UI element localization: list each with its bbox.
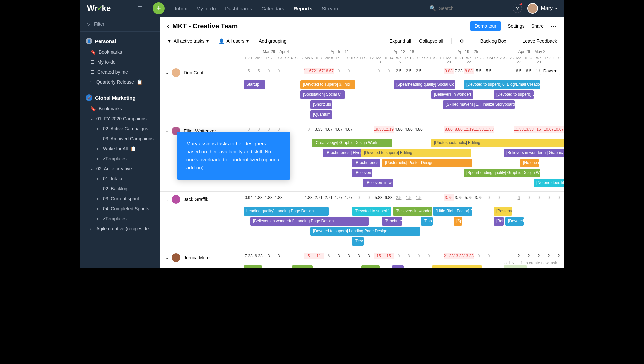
search-input[interactable]: 🔍 bbox=[429, 4, 506, 13]
task-bar[interactable]: [Brochurenest] Flyer/ bbox=[323, 149, 361, 157]
task-bar[interactable]: [ Startup bbox=[292, 265, 313, 268]
task-bar[interactable]: [Devoted bbox=[505, 217, 524, 226]
resource-name: Don Conti bbox=[184, 70, 204, 75]
add-button[interactable]: + bbox=[153, 2, 165, 14]
settings-icon[interactable]: ⚙ bbox=[460, 38, 464, 44]
sidebar-agile-recipes[interactable]: ›Agile creative (recipes de... bbox=[86, 224, 155, 234]
sidebar-sprint[interactable]: ›03. Current sprint bbox=[86, 194, 155, 204]
task-bar[interactable]: [No one does like u bbox=[534, 179, 564, 187]
help-button[interactable]: ? bbox=[513, 4, 522, 13]
task-bar[interactable]: [Believers in wonderf bbox=[393, 207, 432, 216]
collapse-all[interactable]: Collapse all bbox=[419, 38, 443, 44]
chevron-down-icon[interactable]: ⌄ bbox=[166, 71, 168, 75]
task-bar[interactable]: [The Influe bbox=[504, 265, 527, 268]
chevron-down-icon[interactable]: ⌄ bbox=[166, 256, 168, 260]
task-bar[interactable]: [Brochure bbox=[382, 217, 402, 226]
leave-feedback[interactable]: Leave Feedback bbox=[522, 38, 557, 44]
task-bar[interactable]: [Socistation] Social C bbox=[300, 90, 345, 99]
nav-dashboards[interactable]: Dashboards bbox=[225, 6, 252, 11]
sidebar-agile[interactable]: ⌄02. Agile creative bbox=[86, 164, 155, 174]
task-bar[interactable]: [Devoted to superb] Landing Page Design bbox=[310, 227, 420, 236]
filter-input[interactable]: ▽Filter bbox=[80, 21, 160, 32]
backlog-box[interactable]: Backlog Box bbox=[480, 38, 506, 44]
task-bar[interactable]: [Believers in wo bbox=[363, 179, 393, 187]
task-bar[interactable]: [Shortcuts bbox=[310, 100, 332, 109]
nav-inbox[interactable]: Inbox bbox=[175, 6, 187, 11]
share-link[interactable]: Share bbox=[531, 23, 544, 29]
sidebar-archived[interactable]: 03. Archived Campaigns bbox=[86, 134, 155, 144]
task-bar[interactable]: [Skilled mavens] 1. Finalize Storyboard bbox=[443, 100, 515, 109]
task-bar[interactable]: [Quantum bbox=[310, 110, 332, 119]
nav-reports[interactable]: Reports bbox=[294, 6, 313, 11]
sidebar-active-campaigns[interactable]: ›02. Active Campaigns bbox=[86, 124, 155, 134]
task-bar[interactable]: [Brochurenest] bbox=[352, 159, 380, 167]
add-grouping[interactable]: Add grouping bbox=[259, 38, 286, 44]
task-bar[interactable]: [Devoted to superb] 3. Initi bbox=[300, 80, 355, 89]
logo[interactable]: Wr✓ke bbox=[87, 4, 111, 13]
task-bar[interactable]: [Devoted to superb] Editing bbox=[361, 149, 471, 157]
sidebar-ztemplates[interactable]: ›zTemplates bbox=[86, 154, 155, 164]
day-header: Tu 7 bbox=[314, 55, 324, 65]
filter-active-tasks[interactable]: ▼All active tasks▾ bbox=[167, 38, 209, 44]
task-bar[interactable]: [Bel bbox=[494, 217, 504, 226]
task-bar[interactable]: [Sp bbox=[454, 217, 462, 226]
task-bar[interactable]: [Posternetic] Poster Design bbox=[382, 159, 472, 167]
task-bar[interactable]: [Spearheading quality] Social Co bbox=[394, 80, 455, 89]
hour-cell: 0 bbox=[534, 194, 544, 201]
filter-all-users[interactable]: 👤All users▾ bbox=[219, 38, 249, 44]
task-bar[interactable]: [Dev bbox=[352, 237, 364, 246]
sidebar-global[interactable]: 🚀Global Marketing bbox=[86, 92, 155, 104]
nav-stream[interactable]: Stream bbox=[322, 6, 338, 11]
task-bar[interactable]: [Devoted to superb] A bbox=[352, 207, 391, 216]
nav-calendars[interactable]: Calendars bbox=[261, 6, 284, 11]
task-bar[interactable]: [Devoted to superb] 6. Blog/Email Creati… bbox=[464, 80, 540, 89]
day-header: Mo 13 bbox=[374, 55, 384, 65]
task-bar[interactable]: b] 2. Fina bbox=[244, 265, 262, 268]
user-menu[interactable]: Mary ▾ bbox=[527, 3, 557, 14]
sidebar-mytodo[interactable]: ☰My to-do bbox=[86, 57, 155, 67]
task-bar[interactable]: [Believers bbox=[352, 169, 372, 177]
hour-cell: 3 bbox=[334, 253, 344, 259]
expand-all[interactable]: Expand all bbox=[389, 38, 411, 44]
sidebar-ztemplates2[interactable]: ›zTemplates bbox=[86, 214, 155, 224]
sidebar-completed[interactable]: ›04. Completed Sprints bbox=[86, 204, 155, 214]
sidebar-personal[interactable]: 👤Personal bbox=[86, 35, 155, 47]
hour-cell bbox=[494, 68, 504, 74]
task-bar[interactable]: heading quality] Landing Page Design bbox=[244, 207, 329, 216]
more-icon[interactable]: ⋯ bbox=[550, 22, 557, 30]
chevron-down-icon[interactable]: ⌄ bbox=[166, 198, 168, 201]
task-bar[interactable]: [Believers in wonderf bbox=[431, 90, 473, 99]
sidebar-fy2020[interactable]: ⌄01. FY 2020 Campaigns bbox=[86, 114, 155, 124]
task-bar[interactable]: [Little Right Factor] P bbox=[433, 207, 472, 216]
hour-cell: 11.33 bbox=[484, 126, 494, 133]
chevron-down-icon[interactable]: ⌄ bbox=[166, 129, 168, 133]
task-bar[interactable]: [Devoted to superb] 5. Edit bbox=[432, 265, 482, 268]
list-icon: ☰ bbox=[90, 69, 95, 75]
demo-tour-button[interactable]: Demo tour bbox=[470, 21, 501, 31]
days-dropdown[interactable]: Days ▾ bbox=[540, 67, 560, 75]
sidebar-intake[interactable]: ›01. Intake bbox=[86, 174, 155, 184]
task-bar[interactable]: [Devoted to superb] S bbox=[494, 90, 534, 99]
menu-icon[interactable]: ☰ bbox=[137, 5, 143, 12]
task-bar[interactable]: [Pho bbox=[421, 217, 433, 226]
task-bar[interactable]: [Photoshootaholic] Editing bbox=[431, 139, 564, 147]
hour-cell bbox=[284, 194, 294, 201]
back-button[interactable]: ‹ bbox=[167, 23, 169, 30]
task-bar[interactable]: [Posterne bbox=[494, 207, 512, 216]
nav-mytodo[interactable]: My to-do bbox=[196, 6, 216, 11]
sidebar-bookmarks2[interactable]: 🔖Bookmarks bbox=[86, 104, 155, 114]
settings-link[interactable]: Settings bbox=[508, 23, 525, 29]
sidebar-created[interactable]: ☰Created by me bbox=[86, 67, 155, 77]
task-bar[interactable]: [Con bbox=[392, 265, 404, 268]
sidebar-bookmarks[interactable]: 🔖Bookmarks bbox=[86, 47, 155, 57]
task-bar[interactable]: [Thieve] S bbox=[361, 265, 380, 268]
sidebar-wrike-all[interactable]: ›Wrike for All📋 bbox=[86, 144, 155, 154]
task-bar[interactable]: [Creativeegy] Graphic Design Work bbox=[312, 139, 392, 147]
sidebar-backlog[interactable]: 02. Backlog bbox=[86, 184, 155, 194]
task-bar[interactable]: [Spearheading quality] Graphic Design Wo… bbox=[464, 169, 540, 177]
sidebar-quarterly[interactable]: ›Quarterly Release📋 bbox=[86, 77, 155, 87]
task-bar[interactable]: [Believers in wonderful] Landing Page De… bbox=[250, 217, 369, 226]
task-bar[interactable]: [No one d bbox=[520, 159, 539, 167]
task-bar[interactable]: [Believers in wonderful] Graphic De bbox=[504, 149, 564, 157]
task-bar[interactable]: Startup bbox=[244, 80, 265, 89]
